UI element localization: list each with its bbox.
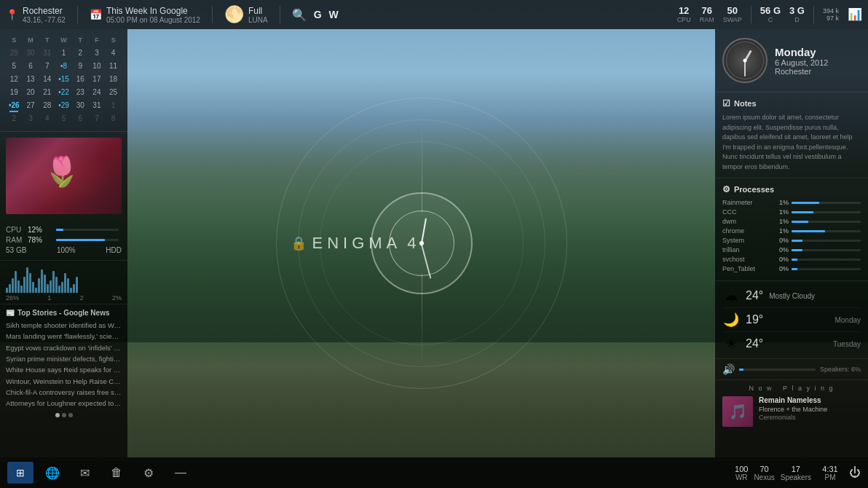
calendar-cell: 2 [72, 47, 89, 60]
volume-section: 🔊 Speakers: 6% [715, 359, 868, 380]
calendar-cell: 20 [23, 86, 39, 99]
calendar-cell: 7 [89, 112, 106, 125]
news-list: Sikh temple shooter identified as Wad...… [6, 321, 122, 409]
search-icon[interactable]: 🔍 [292, 8, 307, 22]
minute-hand [744, 60, 746, 76]
calendar-cell: 13 [23, 73, 39, 86]
process-row: trillian 0% [722, 246, 861, 253]
process-row: svchost 0% [722, 256, 861, 263]
calendar-cell: 1 [105, 99, 122, 112]
calendar-cell: 10 [89, 60, 106, 73]
taskbar-power-icon[interactable]: ⏻ [849, 466, 861, 479]
taskbar-btn-mail[interactable]: ✉ [71, 462, 98, 484]
search-icons-group: 🔍 G W [292, 8, 339, 22]
taskbar-btn-browser[interactable]: 🌐 [39, 462, 66, 484]
viz-bar [47, 284, 49, 294]
calendar-cell: 5 [6, 60, 23, 73]
calendar-cell: 4 [105, 47, 122, 60]
news-item[interactable]: Syrian prime minister defects, fightin..… [6, 355, 122, 363]
news-dot-2[interactable] [62, 413, 66, 417]
calendar-cell: 23 [72, 86, 89, 99]
news-item[interactable]: Chick-fil-A controversy raises free spe.… [6, 388, 122, 397]
viz-bars-container [6, 264, 122, 293]
calendar-cell: •22 [55, 86, 72, 99]
calendar-cell: 21 [39, 86, 55, 99]
calendar-cell: 2 [6, 112, 23, 125]
weather-section: ☁ 24° Mostly Cloudy 🌙 19° Monday ☀ 24° T… [715, 281, 868, 359]
enigma-lock-icon: 🔒 [291, 235, 307, 251]
photo-widget [6, 138, 122, 214]
process-row: Rainmeter 1% [722, 199, 861, 206]
moon-icon: 🌕 [224, 5, 244, 24]
disk-c-stat: 56 G C [760, 6, 781, 23]
location-coords: 43.16, -77.62 [23, 16, 66, 24]
album-art: 🎵 [722, 396, 753, 427]
network-icon: 📊 [848, 7, 862, 21]
taskbar: ⊞ 🌐 ✉ 🗑 ⚙ — 100 WR 70 Nexus 17 Speakers … [0, 457, 868, 488]
news-dot-1[interactable] [55, 413, 60, 417]
viz-bar [9, 284, 11, 294]
news-item[interactable]: Sikh temple shooter identified as Wad... [6, 321, 122, 330]
calendar-cell: •26 [6, 99, 23, 112]
enigma-label: 🔒 ENIGMA 4 [291, 234, 417, 253]
cpu-stat: 12 CPU [677, 6, 691, 23]
calendar-cell: 29 [6, 47, 23, 60]
enigma-center: 🔒 ENIGMA 4 [127, 29, 715, 457]
taskbar-clock: 4:31 PM [817, 465, 843, 481]
viz-bar [12, 278, 14, 293]
viz-bar [50, 280, 52, 294]
start-button[interactable]: ⊞ [7, 462, 33, 484]
news-item[interactable]: Mars landing went 'flawlessly,' scienti.… [6, 332, 122, 341]
audio-visualizer: 26% 1 2 2% [0, 261, 127, 304]
viz-bar [15, 271, 17, 293]
news-item[interactable]: White House says Reid speaks for him... [6, 366, 122, 374]
track-album: Ceremonials [759, 414, 861, 421]
right-panel: Monday 6 August, 2012 Rochester ☑ Notes … [715, 29, 868, 457]
news-dot-3[interactable] [68, 413, 73, 417]
analog-clock [722, 38, 768, 83]
location-name: Rochester [23, 6, 66, 16]
google-icon[interactable]: G [314, 9, 322, 20]
viz-bar [73, 284, 75, 294]
volume-fill [739, 369, 743, 371]
weather-list: ☁ 24° Mostly Cloudy 🌙 19° Monday ☀ 24° T… [722, 284, 861, 355]
processes-section: ⚙ Processes Rainmeter 1% CCC 1% dwm 1% c… [715, 178, 868, 281]
news-item[interactable]: Egypt vows crackdown on 'infidels' aft..… [6, 344, 122, 353]
disk-d-stat: 3 G D [789, 6, 805, 23]
news-item[interactable]: Wintour, Weinstein to Help Raise Cash... [6, 377, 122, 386]
volume-bar[interactable] [739, 369, 816, 371]
calendar-cell: 4 [39, 112, 55, 125]
network-stat: 394 k 97 k [823, 7, 839, 22]
weather-row: ☁ 24° Mostly Cloudy [722, 284, 861, 308]
viz-bar [17, 280, 20, 294]
viz-bar [58, 286, 60, 293]
calendar-title: This Week In Google [106, 6, 200, 16]
viz-bar [20, 286, 23, 293]
viz-bar [6, 288, 8, 294]
wikipedia-icon[interactable]: W [329, 9, 339, 20]
process-row: System 0% [722, 237, 861, 244]
viz-bar [35, 288, 37, 294]
calendar-cell: 24 [89, 86, 106, 99]
enigma-text: ENIGMA [312, 234, 402, 253]
viz-bar [38, 278, 40, 293]
weather-row: ☀ 24° Tuesday [722, 332, 861, 355]
news-icon: 📰 [6, 309, 15, 317]
left-panel: S M T W T F S 2930311234567•891011121314… [0, 29, 127, 457]
ram-bar [56, 239, 119, 241]
calendar-cell: 19 [6, 86, 23, 99]
process-row: CCC 1% [722, 208, 861, 216]
taskbar-stat-wr: 100 WR [735, 465, 748, 481]
calendar-cell: •15 [55, 73, 72, 86]
taskbar-btn-trash[interactable]: 🗑 [103, 462, 130, 484]
news-item[interactable]: Attorneys for Loughner expected to e... [6, 399, 122, 408]
taskbar-btn-settings[interactable]: ⚙ [135, 462, 162, 484]
enigma-widget: 🔒 ENIGMA 4 [269, 90, 575, 396]
hdd-info: 53 GB 100% HDD [6, 246, 122, 254]
calendar-grid: 2930311234567•891011121314•1516171819202… [6, 47, 122, 125]
calendar-cell: 3 [89, 47, 106, 60]
taskbar-btn-misc[interactable]: — [167, 462, 194, 484]
location-icon: 📍 [6, 9, 18, 20]
calendar-widget: 📅 This Week In Google 05:00 PM on 08 Aug… [90, 6, 200, 24]
calendar-cell: 1 [55, 47, 72, 60]
